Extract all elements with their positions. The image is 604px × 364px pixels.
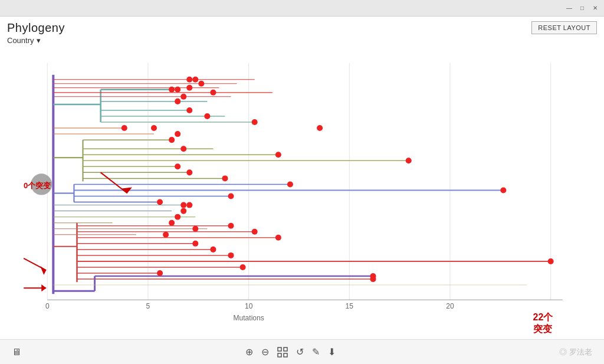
svg-text:10: 10 [245, 302, 253, 310]
svg-point-72 [186, 107, 192, 113]
minimize-button[interactable]: — [565, 4, 573, 12]
svg-point-97 [275, 235, 281, 241]
svg-point-76 [175, 87, 180, 93]
svg-text:20: 20 [446, 302, 454, 310]
svg-point-100 [228, 252, 234, 258]
svg-text:5: 5 [146, 302, 150, 310]
svg-point-98 [192, 241, 198, 247]
bottom-right-watermark: ◎ 罗法老 [559, 347, 592, 358]
svg-text:22个: 22个 [533, 311, 554, 322]
svg-point-89 [122, 125, 127, 131]
page-title: Phylogeny [7, 21, 65, 35]
svg-point-94 [180, 202, 186, 208]
svg-point-110 [192, 226, 198, 232]
svg-point-81 [180, 146, 186, 152]
svg-text:Mutations: Mutations [234, 314, 264, 322]
svg-point-78 [186, 85, 192, 91]
svg-text:15: 15 [346, 302, 354, 310]
svg-text:0个突变: 0个突变 [24, 181, 51, 190]
svg-text:突变: 突变 [533, 323, 553, 334]
country-label: Country [7, 36, 34, 45]
svg-point-69 [198, 81, 204, 87]
svg-point-73 [204, 113, 210, 119]
monitor-icon[interactable]: 🖥 [12, 347, 21, 358]
svg-marker-117 [41, 284, 46, 291]
svg-point-88 [151, 125, 157, 131]
svg-point-79 [192, 77, 198, 83]
svg-point-90 [287, 181, 293, 187]
svg-point-68 [186, 77, 192, 83]
grid-button[interactable] [277, 347, 288, 358]
svg-text:0: 0 [45, 302, 50, 310]
edit-button[interactable]: ✎ [312, 346, 320, 358]
download-button[interactable]: ⬇ [328, 346, 336, 358]
bottom-toolbar: 🖥 ⊕ ⊖ ↺ ✎ ⬇ ◎ 罗法老 [0, 339, 604, 364]
close-button[interactable]: ✕ [591, 4, 599, 12]
svg-point-74 [252, 119, 258, 125]
zoom-in-button[interactable]: ⊕ [245, 346, 253, 358]
chart-area: 0 5 10 15 20 Mutations ‹ [6, 47, 598, 339]
svg-rect-122 [284, 347, 287, 351]
svg-point-99 [210, 247, 216, 252]
svg-point-108 [180, 208, 186, 214]
maximize-button[interactable]: □ [578, 4, 586, 12]
bottom-center-tools: ⊕ ⊖ ↺ ✎ ⬇ [245, 346, 336, 358]
watermark-text: ◎ 罗法老 [559, 347, 592, 358]
title-area: Phylogeny Country ▾ [7, 21, 65, 45]
svg-point-102 [240, 264, 246, 270]
svg-point-67 [169, 87, 175, 93]
main-content: Phylogeny Country ▾ RESET LAYOUT 0 5 10 … [0, 17, 604, 364]
svg-point-75 [317, 125, 323, 131]
svg-point-84 [186, 169, 192, 175]
svg-rect-121 [278, 347, 281, 351]
svg-point-91 [500, 187, 506, 193]
svg-point-106 [169, 220, 175, 226]
svg-point-77 [180, 94, 186, 100]
svg-point-85 [222, 175, 228, 181]
window-controls: — □ ✕ [565, 4, 599, 12]
svg-point-107 [175, 214, 180, 220]
svg-point-83 [175, 163, 180, 169]
svg-point-105 [370, 273, 376, 279]
zoom-out-button[interactable]: ⊖ [261, 346, 269, 358]
svg-rect-123 [278, 353, 281, 357]
svg-point-92 [228, 194, 234, 199]
svg-marker-115 [40, 266, 46, 275]
phylogeny-chart: 0 5 10 15 20 Mutations ‹ [6, 47, 598, 339]
bottom-left-tools: 🖥 [12, 347, 21, 358]
svg-point-109 [186, 202, 192, 208]
svg-rect-124 [284, 353, 287, 357]
svg-point-82 [275, 152, 281, 158]
country-dropdown[interactable]: Country ▾ [7, 36, 65, 45]
svg-point-71 [175, 99, 180, 104]
header: Phylogeny Country ▾ RESET LAYOUT [0, 17, 604, 47]
svg-point-101 [548, 258, 554, 264]
title-bar: — □ ✕ [0, 0, 604, 17]
refresh-button[interactable]: ↺ [296, 346, 304, 358]
svg-point-93 [157, 199, 163, 205]
svg-point-103 [157, 270, 163, 276]
svg-point-86 [406, 158, 412, 163]
svg-point-111 [163, 232, 169, 238]
svg-point-95 [228, 223, 234, 229]
svg-point-70 [210, 90, 216, 96]
reset-layout-button[interactable]: RESET LAYOUT [531, 21, 597, 34]
svg-point-80 [169, 137, 175, 143]
svg-point-87 [175, 131, 180, 137]
chevron-down-icon: ▾ [37, 36, 41, 45]
svg-point-96 [252, 229, 258, 235]
